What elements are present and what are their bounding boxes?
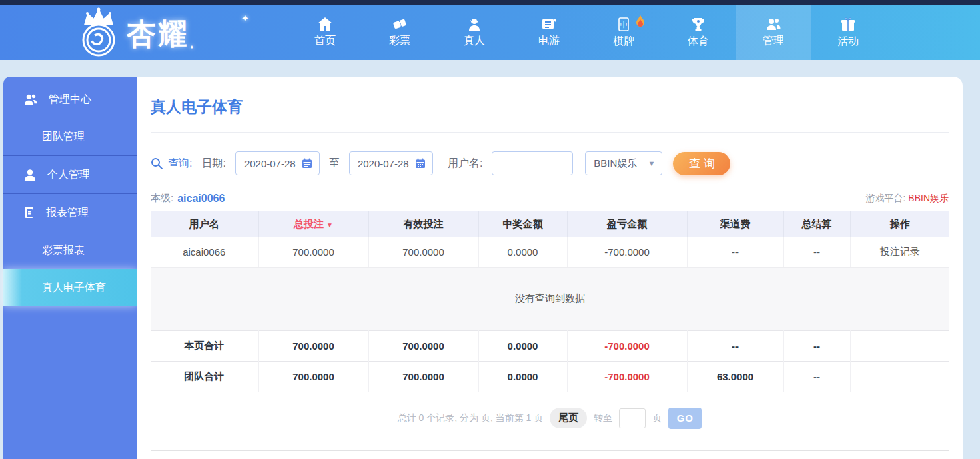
gift-icon <box>841 17 855 31</box>
main-nav: 首页 彩票 真人 电游 中 棋牌 体育 管理 活动 <box>288 5 885 60</box>
empty-row: 没有查询到数据 <box>151 267 949 330</box>
platform-select[interactable]: BBIN娱乐 ▼ <box>585 151 662 175</box>
divider <box>151 132 949 133</box>
slot-icon <box>541 17 557 31</box>
home-icon <box>318 17 332 31</box>
trophy-icon <box>691 17 706 31</box>
col-total-bet[interactable]: 总投注▼ <box>258 211 368 237</box>
level-label: 本级: <box>151 192 173 205</box>
pagination: 总计 0 个记录, 分为 页, 当前第 1 页 尾页 转至 页 GO <box>151 406 949 430</box>
last-page-button[interactable]: 尾页 <box>550 408 587 428</box>
col-profit: 盈亏金额 <box>567 211 687 237</box>
query-button[interactable]: 查 询 <box>673 152 730 175</box>
col-channel-fee: 渠道费 <box>687 211 783 237</box>
empty-message: 没有查询到数据 <box>151 267 949 330</box>
table-header-row: 用户名 总投注▼ 有效投注 中奖金额 盈亏金额 渠道费 总结算 操作 <box>151 211 949 237</box>
game-platform: 游戏平台: BBIN娱乐 <box>866 193 949 205</box>
nav-item-lottery[interactable]: 彩票 <box>362 5 437 60</box>
calendar-icon <box>302 158 312 169</box>
cell-username: aicai0066 <box>151 237 258 267</box>
chevron-down-icon: ▼ <box>648 159 655 167</box>
date-to-input[interactable]: 2020-07-28 <box>349 151 433 175</box>
sidebar-item-label: 报表管理 <box>46 206 89 220</box>
go-button[interactable]: GO <box>668 408 702 429</box>
date-from-input[interactable]: 2020-07-28 <box>235 151 320 175</box>
col-username: 用户名 <box>151 211 258 237</box>
cell-channel-fee: -- <box>687 237 783 267</box>
col-valid-bet: 有效投注 <box>368 211 478 237</box>
col-settlement: 总结算 <box>783 211 850 237</box>
sidebar-item-personal-manage[interactable]: 个人管理 <box>3 156 137 193</box>
users-icon <box>765 17 781 31</box>
total-label: 本页合计 <box>151 330 258 361</box>
sidebar-item-manage-center[interactable]: 管理中心 <box>3 81 137 118</box>
sparkle-icon: ✦ <box>241 13 249 23</box>
total-label: 团队合计 <box>151 361 258 392</box>
page-unit-label: 页 <box>652 412 662 424</box>
sort-desc-icon: ▼ <box>326 221 333 229</box>
user-icon <box>23 169 37 181</box>
divider <box>151 450 949 451</box>
mahjong-icon: 中 <box>618 17 629 31</box>
username-label: 用户名: <box>448 157 482 171</box>
to-label: 至 <box>329 157 340 171</box>
cell-settlement: -- <box>783 237 850 267</box>
level-value: aicai0066 <box>177 193 225 205</box>
ticket-icon <box>392 17 408 31</box>
svg-text:中: 中 <box>620 21 628 29</box>
col-win-amount: 中奖金额 <box>478 211 567 237</box>
nav-item-sports[interactable]: 体育 <box>661 5 736 60</box>
cell-win-amount: 0.0000 <box>478 237 567 267</box>
page-total-row: 本页合计 700.0000 700.0000 0.0000 -700.0000 … <box>151 330 949 361</box>
nav-item-boardgames[interactable]: 中 棋牌 <box>586 5 661 60</box>
search-icon <box>151 157 163 169</box>
sidebar-item-label: 管理中心 <box>49 93 91 107</box>
sidebar-item-label: 真人电子体育 <box>42 281 106 295</box>
hot-flame-icon <box>634 14 646 29</box>
sidebar-item-team-manage[interactable]: 团队管理 <box>3 118 137 155</box>
users-icon <box>23 93 38 105</box>
cell-valid-bet: 700.0000 <box>368 237 478 267</box>
team-total-row: 团队合计 700.0000 700.0000 0.0000 -700.0000 … <box>151 361 949 392</box>
person-icon <box>467 17 482 31</box>
nav-item-manage[interactable]: 管理 <box>736 5 811 60</box>
nav-item-home[interactable]: 首页 <box>288 5 362 60</box>
table-row: aicai0066 700.0000 700.0000 0.0000 -700.… <box>151 237 949 267</box>
nav-item-activity[interactable]: 活动 <box>811 5 885 60</box>
nav-item-egames[interactable]: 电游 <box>512 5 586 60</box>
date-label: 日期: <box>201 157 225 171</box>
cell-total-bet: 700.0000 <box>258 237 368 267</box>
meta-row: 本级: aicai0066 游戏平台: BBIN娱乐 <box>151 190 949 205</box>
sidebar-item-label: 彩票报表 <box>42 244 85 258</box>
sidebar-item-label: 个人管理 <box>47 168 90 182</box>
main-panel: 真人电子体育 查询: 日期: 2020-07-28 至 2020-07-28 用… <box>137 77 963 459</box>
goto-label: 转至 <box>594 412 612 424</box>
username-input[interactable] <box>492 151 573 175</box>
col-action: 操作 <box>850 211 949 237</box>
nav-item-live[interactable]: 真人 <box>437 5 512 60</box>
calendar-icon <box>415 158 426 169</box>
report-table: 用户名 总投注▼ 有效投注 中奖金额 盈亏金额 渠道费 总结算 操作 aicai… <box>151 211 949 392</box>
sidebar-item-lottery-report[interactable]: 彩票报表 <box>3 232 137 269</box>
brand-logo[interactable]: 杏耀 ✦ ✦ <box>75 5 189 60</box>
pagination-summary: 总计 0 个记录, 分为 页, 当前第 1 页 <box>398 412 544 424</box>
bet-records-link[interactable]: 投注记录 <box>850 237 949 267</box>
platform-value: BBIN娱乐 <box>908 193 949 203</box>
page-title: 真人电子体育 <box>151 77 949 132</box>
crown-emblem-icon <box>75 7 123 59</box>
sparkle-icon: ✦ <box>189 44 195 51</box>
page-number-input[interactable] <box>619 408 646 428</box>
sidebar-item-live-esports[interactable]: 真人电子体育 <box>3 269 137 306</box>
cell-profit: -700.0000 <box>567 237 687 267</box>
sidebar-item-report-manage[interactable]: 报表管理 <box>3 194 137 232</box>
sidebar-item-label: 团队管理 <box>42 130 85 144</box>
top-navbar: 杏耀 ✦ ✦ 首页 彩票 真人 电游 中 棋牌 体育 <box>0 5 980 60</box>
search-form: 查询: 日期: 2020-07-28 至 2020-07-28 用户名: BBI… <box>151 151 949 175</box>
query-label: 查询: <box>168 157 192 171</box>
report-icon <box>23 206 35 219</box>
top-strip <box>0 0 980 5</box>
platform-label: 游戏平台: <box>866 193 906 203</box>
sidebar: 管理中心 团队管理 个人管理 报表管理 彩票报表 真人电子体育 <box>3 77 137 459</box>
brand-name: 杏耀 <box>127 15 189 54</box>
